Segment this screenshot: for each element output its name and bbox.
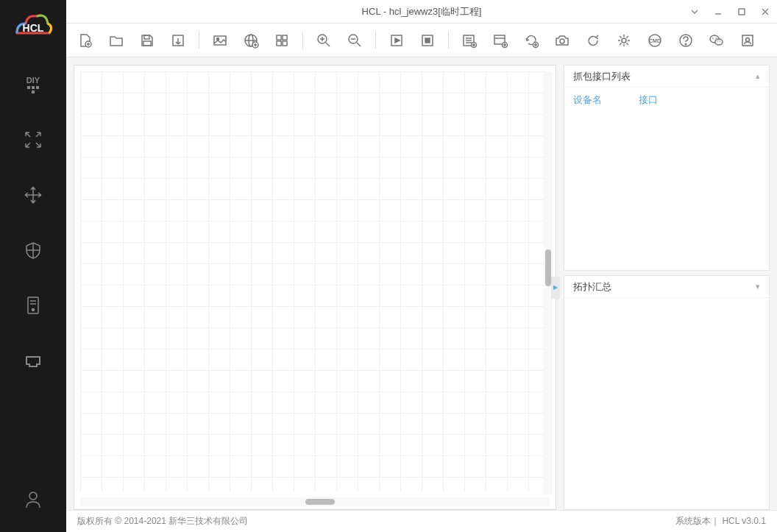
svg-point-9: [32, 309, 35, 311]
sidebar-item-expand[interactable]: [15, 121, 52, 158]
help-button[interactable]: [674, 29, 698, 52]
sidebar-item-shield[interactable]: [15, 232, 52, 269]
svg-rect-3: [32, 86, 35, 89]
cmd-button[interactable]: CMD: [643, 29, 667, 52]
maximize-button[interactable]: [730, 0, 753, 24]
globe-button[interactable]: [239, 29, 263, 52]
play-button[interactable]: [385, 29, 408, 52]
sidebar-item-user[interactable]: [15, 480, 52, 517]
svg-point-54: [720, 40, 720, 41]
dropdown-button[interactable]: [683, 0, 706, 24]
toolbar-separator: [302, 32, 303, 49]
svg-text:DIY: DIY: [26, 76, 40, 85]
svg-rect-4: [36, 86, 39, 89]
right-panel: 抓包接口列表 ▴ 设备名 接口 拓扑汇总 ▾: [564, 65, 770, 510]
wechat-button[interactable]: [705, 29, 728, 52]
canvas-horizontal-scrollbar[interactable]: [80, 497, 550, 506]
toolbar-separator: [375, 32, 376, 49]
sidebar-item-move[interactable]: [15, 177, 52, 213]
zoom-out-button[interactable]: [343, 29, 366, 52]
new-file-button[interactable]: [74, 29, 97, 52]
svg-point-53: [717, 40, 718, 41]
svg-rect-25: [277, 41, 281, 46]
settings-button[interactable]: [612, 29, 636, 52]
svg-rect-14: [144, 35, 149, 39]
svg-point-44: [622, 38, 626, 43]
grid-button[interactable]: [270, 29, 294, 52]
close-button[interactable]: [753, 0, 777, 24]
sidebar-item-server[interactable]: [15, 287, 52, 324]
reload-button[interactable]: [581, 29, 605, 52]
canvas-area[interactable]: [74, 65, 556, 510]
svg-point-52: [715, 38, 717, 39]
topology-body: [564, 298, 769, 509]
copyright-text: 版权所有 © 2014-2021 新华三技术有限公司: [77, 515, 675, 528]
zoom-in-button[interactable]: [312, 29, 336, 52]
svg-rect-12: [739, 9, 745, 15]
svg-point-48: [685, 43, 686, 45]
svg-point-18: [217, 38, 219, 40]
svg-rect-55: [742, 35, 753, 46]
camera-button[interactable]: [550, 29, 574, 52]
left-sidebar: HCL DIY: [0, 0, 66, 532]
topology-title: 拓扑汇总: [573, 280, 756, 294]
svg-rect-33: [425, 38, 430, 43]
add-list-button[interactable]: [458, 29, 481, 52]
svg-text:CMD: CMD: [649, 38, 661, 43]
svg-point-56: [746, 38, 750, 41]
svg-point-43: [560, 39, 564, 43]
svg-text:HCL: HCL: [23, 22, 44, 34]
image-button[interactable]: [208, 29, 232, 52]
sidebar-item-port[interactable]: [15, 342, 52, 379]
collapse-icon[interactable]: ▴: [756, 71, 760, 81]
canvas-grid[interactable]: [80, 71, 550, 492]
svg-rect-15: [143, 41, 151, 46]
add-window-button[interactable]: [489, 29, 512, 52]
svg-point-51: [712, 38, 714, 39]
toolbar-separator: [199, 32, 199, 49]
dropdown-icon[interactable]: ▾: [756, 282, 760, 291]
capture-list-body: [564, 113, 769, 270]
capture-list-title: 抓包接口列表: [573, 70, 756, 83]
export-button[interactable]: [166, 29, 190, 52]
svg-rect-2: [27, 86, 30, 89]
svg-point-50: [715, 39, 723, 45]
window-title: HCL - hcl_jewwz3[临时工程]: [66, 5, 777, 18]
svg-line-30: [357, 43, 361, 46]
topology-panel: 拓扑汇总 ▾: [564, 275, 770, 510]
titlebar: HCL - hcl_jewwz3[临时工程]: [66, 0, 777, 24]
svg-rect-24: [283, 35, 287, 40]
splitter-handle[interactable]: [551, 277, 560, 299]
toolbar: CMD: [66, 24, 777, 57]
svg-line-28: [326, 43, 330, 46]
stop-button[interactable]: [416, 29, 439, 52]
save-button[interactable]: [135, 29, 159, 52]
svg-rect-23: [277, 35, 281, 40]
svg-rect-26: [283, 41, 287, 46]
svg-rect-5: [32, 91, 35, 93]
app-logo: HCL: [11, 7, 55, 44]
statusbar: 版权所有 © 2014-2021 新华三技术有限公司 系统版本｜ HCL v3.…: [66, 510, 777, 532]
column-interface[interactable]: 接口: [639, 93, 658, 107]
minimize-button[interactable]: [706, 0, 730, 24]
toolbar-separator: [448, 32, 449, 49]
open-folder-button[interactable]: [104, 29, 128, 52]
contact-button[interactable]: [736, 29, 759, 52]
svg-point-10: [29, 492, 37, 500]
sidebar-item-diy[interactable]: DIY: [15, 66, 52, 103]
version-text: 系统版本｜ HCL v3.0.1: [675, 515, 766, 528]
refresh-add-button[interactable]: [519, 29, 543, 52]
capture-list-panel: 抓包接口列表 ▴ 设备名 接口: [564, 65, 770, 271]
column-device[interactable]: 设备名: [573, 93, 602, 107]
